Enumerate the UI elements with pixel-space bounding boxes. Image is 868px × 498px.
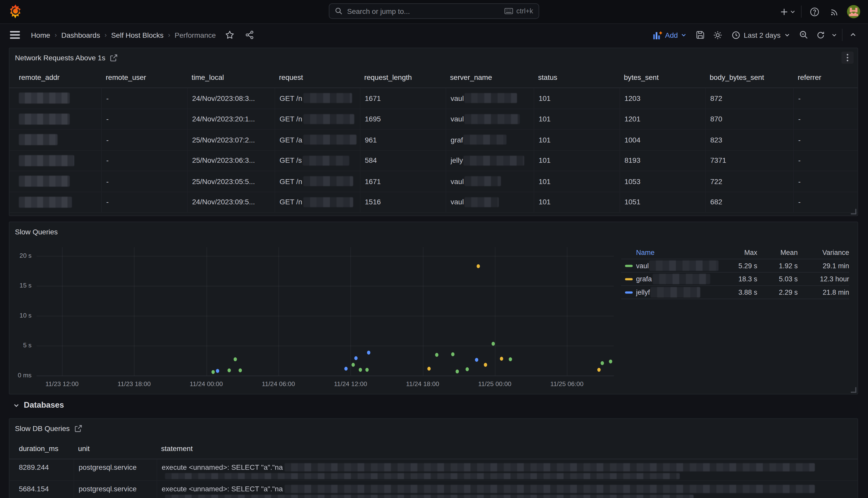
collapse-toolbar-button[interactable] <box>846 28 860 42</box>
menu-toggle-button[interactable] <box>8 28 22 42</box>
time-range-picker[interactable]: Last 2 days <box>728 31 794 39</box>
legend-series-name[interactable]: grafa <box>621 273 718 286</box>
news-icon[interactable] <box>827 4 841 19</box>
column-header[interactable]: server_name <box>446 67 533 88</box>
panel-resize-handle[interactable] <box>851 209 856 214</box>
panel-slow-header[interactable]: Slow Queries <box>10 222 857 241</box>
cell-time-local: 25/Nov/2023:05:5... <box>187 171 274 192</box>
column-header[interactable]: request_length <box>360 67 446 88</box>
external-link-icon[interactable] <box>74 424 82 432</box>
cell-server-name: vaul <box>446 88 533 108</box>
external-link-icon[interactable] <box>110 54 118 61</box>
scatter-point <box>508 357 512 361</box>
section-databases[interactable]: Databases <box>13 401 64 409</box>
column-header[interactable]: bytes_sent <box>620 67 705 88</box>
user-avatar[interactable] <box>847 5 860 18</box>
cell-referrer: - <box>794 130 859 150</box>
chevron-down-icon <box>831 32 837 38</box>
column-header[interactable]: time_local <box>187 67 274 88</box>
dashboard-settings-button[interactable] <box>710 28 725 42</box>
panel-network-header[interactable]: Network Requests Above 1s <box>10 48 857 67</box>
search-icon <box>335 7 343 15</box>
cell-request-length: 1671 <box>360 88 446 108</box>
new-plus-button[interactable] <box>780 4 796 19</box>
refresh-interval-dropdown[interactable] <box>830 28 839 42</box>
legend-header-max[interactable]: Max <box>718 246 757 259</box>
bar-chart-plus-icon <box>653 31 662 39</box>
breadcrumb-home[interactable]: Home <box>31 31 50 39</box>
legend-variance: 12.3 hour <box>798 273 849 286</box>
column-header[interactable]: request <box>274 67 360 88</box>
gridline <box>37 376 614 376</box>
db-table-body: 8289.244postgresql.serviceexecute <unnam… <box>10 459 857 498</box>
scatter-point <box>609 359 612 364</box>
redacted-blur <box>165 473 680 479</box>
add-panel-button[interactable]: Add <box>650 31 690 39</box>
panel-title[interactable]: Slow DB Queries <box>15 424 70 432</box>
panel-menu-kebab[interactable] <box>841 52 853 64</box>
gridline <box>37 286 614 287</box>
series-color-swatch <box>625 291 633 293</box>
scatter-point <box>216 369 219 373</box>
cell-unit: postgresql.service <box>73 481 157 498</box>
breadcrumb-current: Performance <box>175 31 216 39</box>
refresh-button[interactable] <box>814 28 826 42</box>
cell-time-local: 24/Nov/2023:09:5... <box>187 192 274 212</box>
gridline <box>37 346 614 346</box>
network-table-body: -24/Nov/2023:08:3...GET /n1671vaul101120… <box>10 88 857 213</box>
breadcrumb-folder[interactable]: Self Host Blocks <box>111 31 163 39</box>
column-header[interactable]: remote_addr <box>10 67 101 88</box>
statement-line1: execute <unnamed>: SELECT "a"."na <box>162 463 858 471</box>
cell-bytes-sent: 1053 <box>620 171 705 192</box>
table-row: -25/Nov/2023:06:3...GET /s584jelly101819… <box>10 150 857 171</box>
cell-remote-addr <box>10 130 101 150</box>
column-header[interactable]: body_bytes_sent <box>705 67 793 88</box>
search-input[interactable]: Search or jump to... ctrl+k <box>329 3 539 19</box>
scatter-point <box>344 367 348 371</box>
legend-header-name[interactable]: Name <box>621 246 718 259</box>
redacted-blur <box>464 197 499 207</box>
panel-title[interactable]: Slow Queries <box>15 227 58 236</box>
cell-time-local: 24/Nov/2023:08:3... <box>187 88 274 108</box>
column-header[interactable]: remote_user <box>101 67 187 88</box>
scatter-point <box>234 357 237 361</box>
legend-header-variance[interactable]: Variance <box>798 246 849 259</box>
legend-header-mean[interactable]: Mean <box>757 246 798 259</box>
scatter-point <box>228 369 231 372</box>
save-dashboard-button[interactable] <box>693 28 707 42</box>
column-header[interactable]: status <box>533 67 620 88</box>
legend-variance: 29.1 min <box>798 259 849 273</box>
panel-title[interactable]: Network Requests Above 1s <box>15 53 105 62</box>
breadcrumb-dashboards[interactable]: Dashboards <box>61 31 100 39</box>
legend-series-name[interactable]: vaul <box>621 259 718 273</box>
cell-body-bytes-sent: 872 <box>705 88 793 108</box>
scatter-point <box>367 350 370 354</box>
column-header[interactable]: referrer <box>794 67 859 88</box>
column-header[interactable]: unit <box>73 438 157 459</box>
y-axis-tick-label: 20 s <box>10 252 31 259</box>
chevron-down-icon <box>13 402 19 408</box>
divider <box>801 6 802 18</box>
grafana-logo-icon[interactable] <box>9 4 22 19</box>
breadcrumb: Home › Dashboards › Self Host Blocks › P… <box>31 31 216 39</box>
y-axis-tick-label: 15 s <box>10 282 31 289</box>
table-row: 8289.244postgresql.serviceexecute <unnam… <box>10 459 857 481</box>
share-button[interactable] <box>242 28 257 42</box>
redacted-blur <box>303 197 353 207</box>
x-axis-tick-label: 11/23 12:00 <box>36 381 89 388</box>
redacted-blur <box>463 156 524 166</box>
column-header[interactable]: statement <box>157 438 859 459</box>
y-axis-tick-label: 10 s <box>10 312 31 318</box>
panel-resize-handle[interactable] <box>851 388 856 393</box>
panel-db-header[interactable]: Slow DB Queries <box>10 419 857 438</box>
legend-series-name[interactable]: jellyf <box>621 286 718 299</box>
column-header[interactable]: duration_ms <box>10 438 73 459</box>
gridline <box>62 247 63 376</box>
favorite-star-button[interactable] <box>222 28 237 42</box>
clock-icon <box>732 31 740 39</box>
cell-request: GET /n <box>274 88 360 108</box>
help-icon[interactable] <box>807 4 822 19</box>
cell-body-bytes-sent: 870 <box>705 109 793 129</box>
y-axis-tick-label: 0 ms <box>10 372 31 378</box>
zoom-out-time-button[interactable] <box>797 28 811 42</box>
